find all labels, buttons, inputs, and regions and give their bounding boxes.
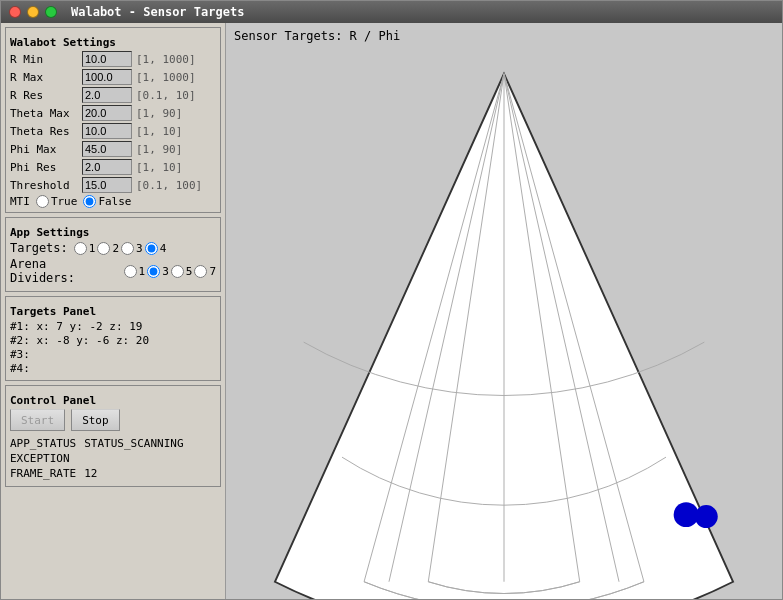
walabot-settings-section: Walabot Settings R Min [1, 1000] R Max [… xyxy=(5,27,221,213)
target-dot-1 xyxy=(674,502,699,527)
mti-true-label[interactable]: True xyxy=(36,195,78,208)
r-min-label: R Min xyxy=(10,53,80,66)
exception-key: EXCEPTION xyxy=(10,452,70,465)
stop-button[interactable]: Stop xyxy=(71,409,120,431)
arena-row: Arena Dividers: 1 3 5 7 xyxy=(10,257,216,285)
targets-1-radio[interactable] xyxy=(74,242,87,255)
target-4-text: #4: xyxy=(10,362,30,375)
sensor-canvas xyxy=(226,45,782,599)
window-title: Walabot - Sensor Targets xyxy=(71,5,244,19)
phi-res-range: [1, 10] xyxy=(136,161,182,174)
walabot-settings-header: Walabot Settings xyxy=(10,36,216,49)
target-4-row: #4: xyxy=(10,362,216,375)
frame-rate-key: FRAME_RATE xyxy=(10,467,76,480)
r-max-input[interactable] xyxy=(82,69,132,85)
control-panel-section: Control Panel Start Stop APP_STATUS STAT… xyxy=(5,385,221,487)
arena-7-label[interactable]: 7 xyxy=(194,265,216,278)
title-bar: Walabot - Sensor Targets xyxy=(1,1,782,23)
app-status-val: STATUS_SCANNING xyxy=(84,437,183,450)
theta-res-row: Theta Res [1, 10] xyxy=(10,123,216,139)
r-max-label: R Max xyxy=(10,71,80,84)
targets-4-label[interactable]: 4 xyxy=(145,242,167,255)
right-panel: Sensor Targets: R / Phi xyxy=(226,23,782,599)
targets-label: Targets: xyxy=(10,241,68,255)
threshold-label: Threshold xyxy=(10,179,80,192)
targets-1-label[interactable]: 1 xyxy=(74,242,96,255)
targets-3-radio[interactable] xyxy=(121,242,134,255)
targets-row: Targets: 1 2 3 4 xyxy=(10,241,216,255)
arena-3-label[interactable]: 3 xyxy=(147,265,169,278)
theta-res-label: Theta Res xyxy=(10,125,80,138)
arena-1-label[interactable]: 1 xyxy=(124,265,146,278)
r-res-row: R Res [0.1, 10] xyxy=(10,87,216,103)
app-settings-header: App Settings xyxy=(10,226,216,239)
r-res-range: [0.1, 10] xyxy=(136,89,196,102)
threshold-row: Threshold [0.1, 100] xyxy=(10,177,216,193)
target-1-text: #1: x: 7 y: -2 z: 19 xyxy=(10,320,142,333)
mti-true-radio[interactable] xyxy=(36,195,49,208)
phi-max-row: Phi Max [1, 90] xyxy=(10,141,216,157)
phi-max-input[interactable] xyxy=(82,141,132,157)
control-panel-header: Control Panel xyxy=(10,394,216,407)
target-2-row: #2: x: -8 y: -6 z: 20 xyxy=(10,334,216,347)
theta-res-range: [1, 10] xyxy=(136,125,182,138)
phi-res-label: Phi Res xyxy=(10,161,80,174)
app-status-key: APP_STATUS xyxy=(10,437,76,450)
mti-false-label[interactable]: False xyxy=(83,195,131,208)
theta-max-label: Theta Max xyxy=(10,107,80,120)
mti-label: MTI xyxy=(10,195,30,208)
mti-row: MTI True False xyxy=(10,195,216,208)
arena-3-radio[interactable] xyxy=(147,265,160,278)
phi-max-label: Phi Max xyxy=(10,143,80,156)
targets-panel-section: Targets Panel #1: x: 7 y: -2 z: 19 #2: x… xyxy=(5,296,221,381)
targets-4-radio[interactable] xyxy=(145,242,158,255)
phi-res-row: Phi Res [1, 10] xyxy=(10,159,216,175)
minimize-button[interactable] xyxy=(27,6,39,18)
mti-false-radio[interactable] xyxy=(83,195,96,208)
r-min-input[interactable] xyxy=(82,51,132,67)
arena-7-radio[interactable] xyxy=(194,265,207,278)
arena-5-label[interactable]: 5 xyxy=(171,265,193,278)
sensor-fan xyxy=(275,74,733,599)
r-min-row: R Min [1, 1000] xyxy=(10,51,216,67)
maximize-button[interactable] xyxy=(45,6,57,18)
theta-max-range: [1, 90] xyxy=(136,107,182,120)
target-3-row: #3: xyxy=(10,348,216,361)
targets-panel-header: Targets Panel xyxy=(10,305,216,318)
r-res-label: R Res xyxy=(10,89,80,102)
app-settings-section: App Settings Targets: 1 2 3 4 Arena Divi… xyxy=(5,217,221,292)
content-area: Walabot Settings R Min [1, 1000] R Max [… xyxy=(1,23,782,599)
targets-2-radio[interactable] xyxy=(97,242,110,255)
main-window: Walabot - Sensor Targets Walabot Setting… xyxy=(0,0,783,600)
threshold-range: [0.1, 100] xyxy=(136,179,202,192)
r-max-row: R Max [1, 1000] xyxy=(10,69,216,85)
threshold-input[interactable] xyxy=(82,177,132,193)
target-3-text: #3: xyxy=(10,348,30,361)
targets-2-label[interactable]: 2 xyxy=(97,242,119,255)
arena-1-radio[interactable] xyxy=(124,265,137,278)
sensor-visualization xyxy=(226,45,782,599)
theta-max-input[interactable] xyxy=(82,105,132,121)
targets-3-label[interactable]: 3 xyxy=(121,242,143,255)
frame-rate-val: 12 xyxy=(84,467,97,480)
exception-row: EXCEPTION xyxy=(10,452,216,465)
close-button[interactable] xyxy=(9,6,21,18)
phi-max-range: [1, 90] xyxy=(136,143,182,156)
arena-label: Arena Dividers: xyxy=(10,257,118,285)
r-max-range: [1, 1000] xyxy=(136,71,196,84)
phi-res-input[interactable] xyxy=(82,159,132,175)
arena-5-radio[interactable] xyxy=(171,265,184,278)
left-panel: Walabot Settings R Min [1, 1000] R Max [… xyxy=(1,23,226,599)
target-2-text: #2: x: -8 y: -6 z: 20 xyxy=(10,334,149,347)
mti-false-text: False xyxy=(98,195,131,208)
sensor-title: Sensor Targets: R / Phi xyxy=(226,23,782,45)
mti-true-text: True xyxy=(51,195,78,208)
frame-rate-row: FRAME_RATE 12 xyxy=(10,467,216,480)
start-button[interactable]: Start xyxy=(10,409,65,431)
r-min-range: [1, 1000] xyxy=(136,53,196,66)
target-dot-2 xyxy=(695,505,718,528)
r-res-input[interactable] xyxy=(82,87,132,103)
theta-max-row: Theta Max [1, 90] xyxy=(10,105,216,121)
theta-res-input[interactable] xyxy=(82,123,132,139)
target-1-row: #1: x: 7 y: -2 z: 19 xyxy=(10,320,216,333)
